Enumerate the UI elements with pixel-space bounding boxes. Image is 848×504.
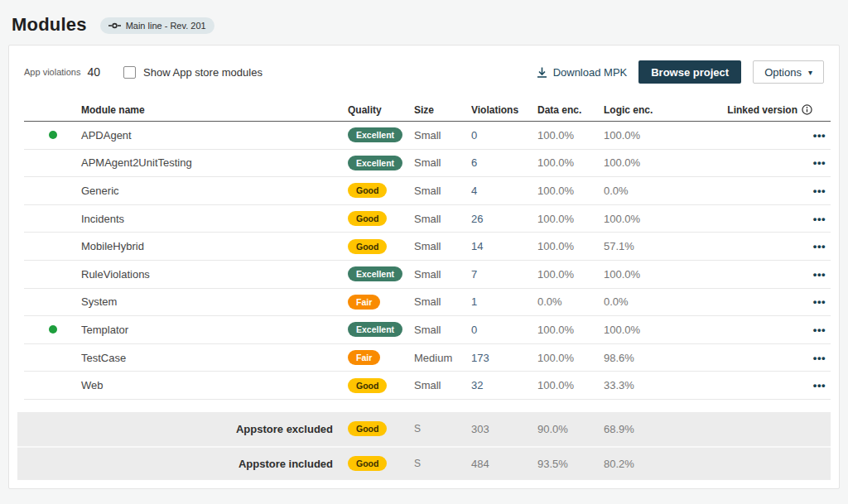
data-enc-value: 0.0%: [537, 295, 604, 308]
data-enc-value: 90.0%: [537, 423, 604, 435]
quality-badge: Good: [348, 239, 387, 254]
data-enc-value: 100.0%: [537, 379, 604, 391]
kebab-menu-icon[interactable]: •••: [813, 296, 826, 307]
module-name-link[interactable]: Templator: [81, 324, 348, 336]
logic-enc-value: 100.0%: [604, 156, 720, 169]
violations-link[interactable]: 173: [471, 352, 489, 364]
module-name-link[interactable]: TestCase: [81, 352, 348, 364]
checkbox-icon[interactable]: [123, 66, 136, 79]
module-name-link[interactable]: RuleViolations: [81, 268, 348, 281]
violations-link[interactable]: 7: [471, 268, 477, 281]
header-quality: Quality: [348, 104, 414, 116]
size-value: Small: [414, 268, 471, 281]
logic-enc-value: 0.0%: [604, 295, 720, 308]
header-data-enc: Data enc.: [537, 104, 604, 116]
violations-link[interactable]: 32: [471, 379, 483, 391]
header-logic-enc: Logic enc.: [604, 104, 720, 116]
show-appstore-label: Show App store modules: [143, 66, 263, 79]
data-enc-value: 93.5%: [537, 458, 604, 470]
page-header: Modules Main line - Rev. 201: [0, 0, 848, 43]
logic-enc-value: 68.9%: [604, 423, 720, 435]
quality-badge: Good: [348, 421, 387, 436]
options-button-label: Options: [764, 66, 802, 79]
logic-enc-value: 0.0%: [604, 185, 720, 197]
table-row: Incidents Good Small 26 100.0% 100.0% ••…: [24, 205, 831, 233]
violations-value: 484: [471, 458, 537, 470]
violations-link[interactable]: 26: [471, 213, 483, 225]
kebab-menu-icon[interactable]: •••: [813, 241, 826, 252]
summary-label: Appstore included: [24, 458, 348, 470]
header-size: Size: [414, 104, 471, 116]
table-body: APDAgent Excellent Small 0 100.0% 100.0%…: [24, 122, 831, 400]
size-value: Small: [414, 379, 471, 391]
logic-enc-value: 100.0%: [604, 213, 720, 225]
quality-badge: Excellent: [348, 322, 402, 337]
logic-enc-value: 100.0%: [604, 129, 720, 142]
data-enc-value: 100.0%: [537, 240, 604, 252]
logic-enc-value: 100.0%: [604, 268, 720, 281]
download-icon: [537, 67, 547, 78]
quality-badge: Fair: [348, 295, 380, 310]
browse-project-button[interactable]: Browse project: [638, 60, 741, 84]
module-name-link[interactable]: Incidents: [81, 213, 348, 225]
branch-badge: Main line - Rev. 201: [100, 17, 214, 34]
download-mpk-label: Download MPK: [553, 66, 628, 79]
kebab-menu-icon[interactable]: •••: [813, 185, 826, 196]
table-row: Templator Excellent Small 0 100.0% 100.0…: [24, 316, 831, 344]
module-name-link[interactable]: System: [81, 295, 348, 308]
size-value: Small: [414, 295, 471, 308]
size-value: Small: [414, 324, 471, 336]
caret-down-icon: ▾: [808, 68, 812, 77]
modules-card: App violations 40 Show App store modules…: [8, 45, 840, 489]
violations-link[interactable]: 14: [471, 240, 483, 252]
kebab-menu-icon[interactable]: •••: [813, 214, 826, 224]
kebab-menu-icon[interactable]: •••: [813, 380, 826, 391]
size-value: Small: [414, 213, 471, 225]
violations-link[interactable]: 6: [471, 156, 477, 169]
app-violations-count: 40: [88, 65, 101, 79]
data-enc-value: 100.0%: [537, 185, 604, 197]
module-name-link[interactable]: Web: [81, 379, 348, 391]
data-enc-value: 100.0%: [537, 129, 604, 142]
size-value: Small: [414, 240, 471, 252]
module-name-link[interactable]: Generic: [81, 185, 348, 197]
summary-row: Appstore included Good S 484 93.5% 80.2%: [17, 446, 831, 480]
logic-enc-value: 33.3%: [604, 379, 720, 391]
table-row: APDAgent Excellent Small 0 100.0% 100.0%…: [24, 122, 831, 150]
active-dot-icon: [49, 131, 57, 139]
data-enc-value: 100.0%: [537, 324, 604, 336]
options-button[interactable]: Options ▾: [753, 60, 824, 84]
logic-enc-value: 98.6%: [604, 352, 720, 364]
size-value: Medium: [414, 352, 471, 364]
kebab-menu-icon[interactable]: •••: [813, 353, 826, 363]
active-dot-icon: [49, 325, 57, 334]
branch-icon: [108, 21, 121, 31]
table-row: Web Good Small 32 100.0% 33.3% •••: [24, 372, 831, 400]
table-row: APMAgent2UnitTesting Excellent Small 6 1…: [24, 150, 831, 178]
quality-badge: Good: [348, 378, 387, 393]
toolbar: App violations 40 Show App store modules…: [9, 46, 839, 98]
violations-link[interactable]: 0: [471, 324, 477, 336]
header-violations: Violations: [471, 104, 537, 116]
module-name-link[interactable]: MobileHybrid: [81, 240, 348, 252]
kebab-menu-icon[interactable]: •••: [813, 324, 826, 335]
show-appstore-checkbox[interactable]: Show App store modules: [123, 66, 263, 79]
violations-link[interactable]: 4: [471, 185, 477, 197]
quality-badge: Excellent: [348, 156, 402, 170]
kebab-menu-icon[interactable]: •••: [813, 130, 826, 141]
quality-badge: Good: [348, 183, 387, 198]
module-name-link[interactable]: APDAgent: [81, 129, 348, 142]
kebab-menu-icon[interactable]: •••: [813, 269, 826, 280]
logic-enc-value: 80.2%: [604, 458, 720, 470]
download-mpk-link[interactable]: Download MPK: [537, 66, 628, 79]
data-enc-value: 100.0%: [537, 213, 604, 225]
summary-row: Appstore excluded Good S 303 90.0% 68.9%: [17, 412, 831, 446]
violations-value: 303: [471, 423, 537, 435]
header-linked-version: Linked version: [720, 104, 812, 116]
info-icon[interactable]: [802, 104, 812, 115]
kebab-menu-icon[interactable]: •••: [813, 157, 826, 168]
table-row: TestCase Fair Medium 173 100.0% 98.6% ••…: [24, 344, 831, 372]
violations-link[interactable]: 1: [471, 295, 477, 308]
module-name-link[interactable]: APMAgent2UnitTesting: [81, 156, 348, 169]
violations-link[interactable]: 0: [471, 129, 477, 142]
